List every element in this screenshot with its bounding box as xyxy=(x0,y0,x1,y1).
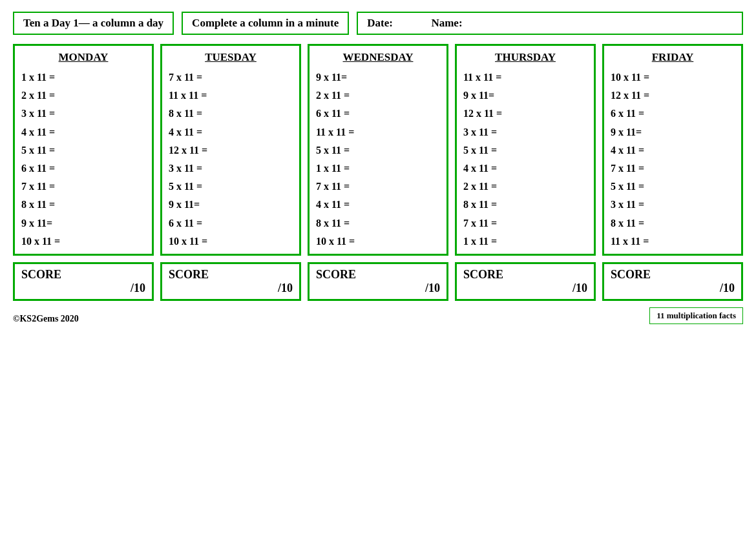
score-value: /10 xyxy=(572,282,587,295)
problem: 2 x 11 = xyxy=(316,86,440,104)
score-value: /10 xyxy=(278,282,293,295)
problem: 4 x 11 = xyxy=(463,159,587,177)
score-label: SCORE xyxy=(169,268,293,282)
score-value: /10 xyxy=(425,282,440,295)
facts-box: 11 multiplication facts xyxy=(649,307,743,324)
day-header-thursday: THURSDAY xyxy=(463,51,587,64)
score-label: SCORE xyxy=(611,268,735,282)
score-box-wednesday: SCORE/10 xyxy=(308,262,448,301)
score-box-monday: SCORE/10 xyxy=(13,262,154,301)
problem: 9 x 11= xyxy=(169,195,293,213)
problem: 10 x 11 = xyxy=(21,232,145,250)
problem: 4 x 11 = xyxy=(169,123,293,141)
problem: 9 x 11= xyxy=(463,86,587,104)
problem: 5 x 11 = xyxy=(463,141,587,159)
problem: 8 x 11 = xyxy=(169,104,293,122)
problem: 12 x 11 = xyxy=(169,141,293,159)
problem: 10 x 11 = xyxy=(611,68,735,86)
problem: 1 x 11 = xyxy=(316,159,440,177)
problem: 5 x 11 = xyxy=(611,177,735,195)
problem: 10 x 11 = xyxy=(316,232,440,250)
name-label: Name: xyxy=(431,17,462,29)
title-2: Complete a column in a minute xyxy=(192,17,339,29)
problem: 3 x 11 = xyxy=(611,195,735,213)
problem: 2 x 11 = xyxy=(21,86,145,104)
problem: 11 x 11 = xyxy=(611,232,735,250)
day-column-tuesday: TUESDAY7 x 11 =11 x 11 =8 x 11 =4 x 11 =… xyxy=(160,44,301,256)
problem: 10 x 11 = xyxy=(169,232,293,250)
problem: 5 x 11 = xyxy=(169,177,293,195)
day-header-tuesday: TUESDAY xyxy=(169,51,293,64)
footer: ©KS2Gems 2020 11 multiplication facts xyxy=(13,307,743,324)
problem: 6 x 11 = xyxy=(316,104,440,122)
problem: 7 x 11 = xyxy=(611,159,735,177)
problem: 11 x 11 = xyxy=(169,86,293,104)
problem: 11 x 11 = xyxy=(463,68,587,86)
problem: 6 x 11 = xyxy=(21,159,145,177)
score-value: /10 xyxy=(131,282,145,295)
score-box-friday: SCORE/10 xyxy=(602,262,743,301)
problem: 7 x 11 = xyxy=(316,177,440,195)
copyright: ©KS2Gems 2020 xyxy=(13,314,79,324)
problem: 6 x 11 = xyxy=(611,104,735,122)
day-column-wednesday: WEDNESDAY9 x 11=2 x 11 =6 x 11 =11 x 11 … xyxy=(308,44,448,256)
date-label: Date: xyxy=(367,17,393,29)
problem: 5 x 11 = xyxy=(21,141,145,159)
problem: 7 x 11 = xyxy=(463,214,587,232)
problem: 8 x 11 = xyxy=(316,214,440,232)
problem: 11 x 11 = xyxy=(316,123,440,141)
problem: 7 x 11 = xyxy=(169,68,293,86)
day-columns: MONDAY1 x 11 =2 x 11 =3 x 11 =4 x 11 =5 … xyxy=(13,44,743,256)
header: Ten a Day 1— a column a day Complete a c… xyxy=(13,12,743,35)
problem: 1 x 11 = xyxy=(21,68,145,86)
score-row: SCORE/10SCORE/10SCORE/10SCORE/10SCORE/10 xyxy=(13,262,743,301)
title-box-2: Complete a column in a minute xyxy=(182,12,349,35)
score-label: SCORE xyxy=(21,268,145,282)
score-label: SCORE xyxy=(316,268,440,282)
problem: 12 x 11 = xyxy=(463,104,587,122)
problem: 9 x 11= xyxy=(316,68,440,86)
problem: 8 x 11 = xyxy=(611,214,735,232)
problem: 8 x 11 = xyxy=(21,195,145,213)
day-column-friday: FRIDAY10 x 11 =12 x 11 =6 x 11 =9 x 11=4… xyxy=(602,44,743,256)
problem: 9 x 11= xyxy=(611,123,735,141)
problem: 3 x 11 = xyxy=(463,123,587,141)
problem: 7 x 11 = xyxy=(21,177,145,195)
problem: 3 x 11 = xyxy=(21,104,145,122)
score-label: SCORE xyxy=(463,268,587,282)
title-1: Ten a Day 1— a column a day xyxy=(23,17,163,29)
day-column-monday: MONDAY1 x 11 =2 x 11 =3 x 11 =4 x 11 =5 … xyxy=(13,44,154,256)
problem: 6 x 11 = xyxy=(169,214,293,232)
problem: 9 x 11= xyxy=(21,214,145,232)
problem: 4 x 11 = xyxy=(611,141,735,159)
problem: 2 x 11 = xyxy=(463,177,587,195)
facts-text: 11 multiplication facts xyxy=(656,311,736,320)
problem: 1 x 11 = xyxy=(463,232,587,250)
problem: 12 x 11 = xyxy=(611,86,735,104)
day-column-thursday: THURSDAY11 x 11 =9 x 11=12 x 11 =3 x 11 … xyxy=(455,44,596,256)
score-box-tuesday: SCORE/10 xyxy=(160,262,301,301)
title-box-1: Ten a Day 1— a column a day xyxy=(13,12,174,35)
problem: 4 x 11 = xyxy=(316,195,440,213)
problem: 3 x 11 = xyxy=(169,159,293,177)
score-value: /10 xyxy=(720,282,735,295)
problem: 4 x 11 = xyxy=(21,123,145,141)
day-header-wednesday: WEDNESDAY xyxy=(316,51,440,64)
day-header-friday: FRIDAY xyxy=(611,51,735,64)
problem: 5 x 11 = xyxy=(316,141,440,159)
score-box-thursday: SCORE/10 xyxy=(455,262,596,301)
date-name-box: Date: Name: xyxy=(357,12,743,35)
day-header-monday: MONDAY xyxy=(21,51,145,64)
problem: 8 x 11 = xyxy=(463,195,587,213)
